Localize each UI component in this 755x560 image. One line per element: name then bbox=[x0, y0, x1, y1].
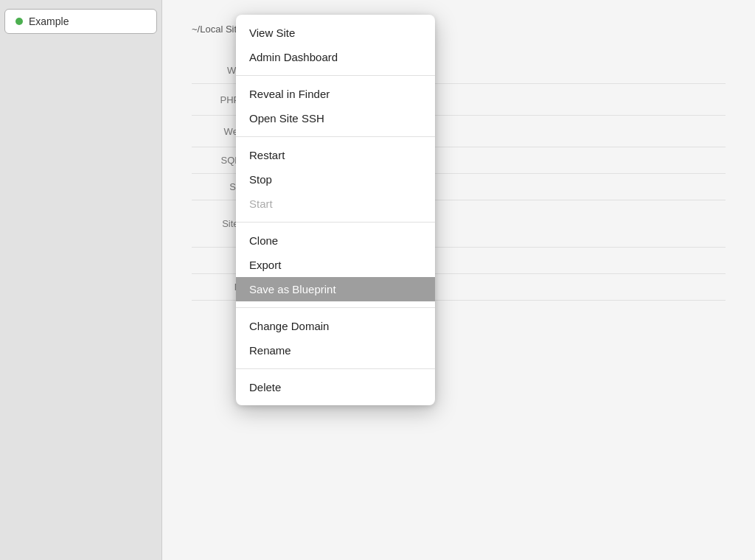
menu-item-admin-dashboard[interactable]: Admin Dashboard bbox=[236, 45, 435, 69]
menu-divider-5 bbox=[236, 368, 435, 369]
menu-item-stop[interactable]: Stop bbox=[236, 167, 435, 192]
menu-section-5: Change Domain Rename bbox=[236, 311, 435, 365]
menu-item-reveal-in-finder[interactable]: Reveal in Finder bbox=[236, 82, 435, 106]
sidebar-item-example[interactable]: Example bbox=[4, 9, 157, 34]
context-menu: View Site Admin Dashboard Reveal in Find… bbox=[236, 15, 435, 405]
main-content: Example ~/Local Sites/example WordPress … bbox=[0, 0, 755, 560]
menu-item-clone[interactable]: Clone bbox=[236, 228, 435, 253]
menu-divider-1 bbox=[236, 75, 435, 76]
menu-section-2: Reveal in Finder Open Site SSH bbox=[236, 79, 435, 133]
right-panel: ~/Local Sites/example WordPress 4.6.1 PH… bbox=[162, 0, 755, 560]
sidebar: Example bbox=[0, 0, 162, 560]
menu-item-delete[interactable]: Delete bbox=[236, 375, 435, 399]
menu-divider-2 bbox=[236, 136, 435, 137]
menu-item-export[interactable]: Export bbox=[236, 253, 435, 277]
status-dot bbox=[15, 18, 23, 25]
menu-section-4: Clone Export Save as Blueprint bbox=[236, 225, 435, 304]
menu-item-save-as-blueprint[interactable]: Save as Blueprint bbox=[236, 277, 435, 301]
menu-section-6: Delete bbox=[236, 372, 435, 402]
menu-divider-4 bbox=[236, 307, 435, 308]
sidebar-item-label: Example bbox=[29, 15, 69, 27]
menu-item-open-site-ssh[interactable]: Open Site SSH bbox=[236, 106, 435, 130]
menu-item-change-domain[interactable]: Change Domain bbox=[236, 314, 435, 338]
menu-section-1: View Site Admin Dashboard bbox=[236, 18, 435, 72]
menu-divider-3 bbox=[236, 222, 435, 223]
menu-section-3: Restart Stop Start bbox=[236, 140, 435, 219]
menu-item-view-site[interactable]: View Site bbox=[236, 21, 435, 45]
menu-item-restart[interactable]: Restart bbox=[236, 143, 435, 167]
menu-item-rename[interactable]: Rename bbox=[236, 338, 435, 363]
menu-item-start: Start bbox=[236, 192, 435, 216]
